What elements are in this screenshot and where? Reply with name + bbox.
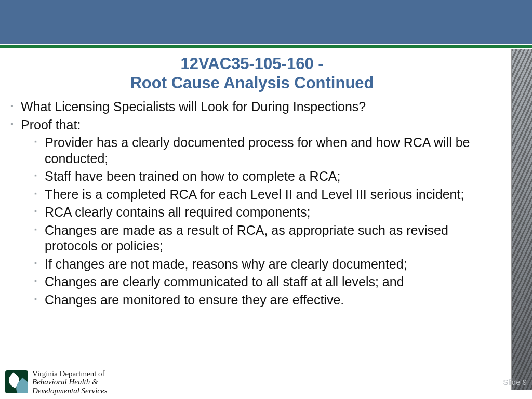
- bullet-text: Changes are made as a result of RCA, as …: [45, 223, 448, 254]
- agency-logo: Virginia Department of Behavioral Health…: [5, 369, 108, 395]
- slide-title: 12VAC35-105-160 - Root Cause Analysis Co…: [0, 55, 504, 92]
- logo-text: Virginia Department of Behavioral Health…: [32, 369, 108, 395]
- logo-line: Behavioral Health &: [32, 378, 108, 387]
- title-line-1: 12VAC35-105-160 -: [0, 55, 504, 74]
- slide-body: What Licensing Specialists will Look for…: [9, 99, 498, 310]
- bullet-text: Changes are clearly communicated to all …: [45, 274, 404, 289]
- list-item: What Licensing Specialists will Look for…: [9, 99, 498, 115]
- bullet-list-level1: What Licensing Specialists will Look for…: [9, 99, 498, 308]
- footer: Virginia Department of Behavioral Health…: [0, 362, 532, 399]
- logo-line: Developmental Services: [32, 387, 108, 395]
- list-item: RCA clearly contains all required compon…: [33, 204, 498, 220]
- list-item: There is a completed RCA for each Level …: [33, 187, 498, 203]
- bullet-text: RCA clearly contains all required compon…: [45, 205, 310, 219]
- bullet-text: Staff have been trained on how to comple…: [45, 169, 340, 183]
- bullet-text: If changes are not made, reasons why are…: [45, 257, 407, 271]
- bullet-text: Proof that:: [21, 117, 81, 132]
- list-item: Changes are clearly communicated to all …: [33, 274, 498, 290]
- logo-icon: [5, 370, 28, 393]
- logo-line: Virginia Department of: [32, 369, 108, 378]
- bullet-text: Provider has a clearly documented proces…: [45, 135, 470, 166]
- slide-number: Slide 9: [503, 378, 527, 387]
- bullet-text: There is a completed RCA for each Level …: [45, 187, 464, 202]
- header-band: [0, 0, 532, 44]
- slide: 12VAC35-105-160 - Root Cause Analysis Co…: [0, 0, 532, 399]
- title-line-2: Root Cause Analysis Continued: [0, 74, 504, 93]
- list-item: Changes are made as a result of RCA, as …: [33, 222, 498, 254]
- list-item: Proof that: Provider has a clearly docum…: [9, 117, 498, 308]
- bullet-text: What Licensing Specialists will Look for…: [21, 99, 366, 114]
- bullet-text: Changes are monitored to ensure they are…: [45, 292, 344, 307]
- list-item: If changes are not made, reasons why are…: [33, 256, 498, 272]
- list-item: Staff have been trained on how to comple…: [33, 168, 498, 184]
- header-rule: [0, 45, 532, 48]
- decorative-right-strip: [511, 49, 532, 390]
- list-item: Changes are monitored to ensure they are…: [33, 292, 498, 308]
- list-item: Provider has a clearly documented proces…: [33, 135, 498, 166]
- bullet-list-level2: Provider has a clearly documented proces…: [21, 135, 498, 308]
